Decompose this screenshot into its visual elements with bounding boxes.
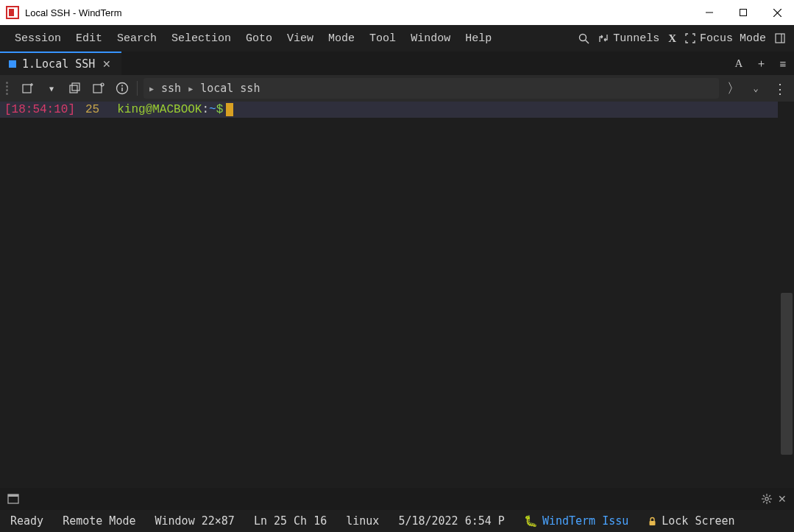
svg-rect-14 xyxy=(72,83,79,91)
svg-rect-13 xyxy=(70,85,77,93)
svg-rect-10 xyxy=(23,85,31,93)
tab-indicator-icon xyxy=(9,60,16,68)
menubar: Session Edit Search Selection Goto View … xyxy=(0,25,794,52)
menu-view[interactable]: View xyxy=(280,28,321,49)
search-icon[interactable] xyxy=(574,30,594,47)
prompt: king@MACBOOK:~$ xyxy=(117,103,223,116)
maximize-button[interactable] xyxy=(726,0,760,25)
panel-settings-icon[interactable] xyxy=(762,494,772,504)
panel-icon[interactable] xyxy=(7,493,19,505)
svg-rect-21 xyxy=(8,494,18,497)
new-tab-button[interactable]: ＋ xyxy=(750,52,772,75)
menu-goto[interactable]: Goto xyxy=(238,28,280,49)
tunnels-icon xyxy=(598,33,609,43)
new-window-icon[interactable] xyxy=(19,79,37,97)
status-issue-link[interactable]: 🐛 WindTerm Issu xyxy=(524,514,628,528)
svg-point-18 xyxy=(121,85,123,87)
info-icon[interactable] xyxy=(113,79,131,97)
scrollbar[interactable] xyxy=(781,293,793,455)
menu-help[interactable]: Help xyxy=(458,28,499,49)
titlebar: Local SSH - WindTerm xyxy=(0,0,794,25)
detach-window-icon[interactable] xyxy=(90,79,107,97)
svg-point-22 xyxy=(765,497,768,500)
output-panel-bar: ✕ xyxy=(0,488,794,510)
grip-icon[interactable] xyxy=(6,82,13,95)
toolbar: ▼ ▶ ssh ▶ local ssh 〉 ⌄ ⋮ xyxy=(0,75,794,102)
cursor xyxy=(226,103,233,116)
path-bar[interactable]: ▶ ssh ▶ local ssh xyxy=(143,78,719,99)
tab-close-icon[interactable]: ✕ xyxy=(101,58,113,70)
minimize-button[interactable] xyxy=(692,0,726,25)
status-datetime: 5/18/2022 6:54 P xyxy=(398,514,505,528)
tab-local-ssh[interactable]: 1.Local SSH ✕ xyxy=(0,52,121,75)
status-ready: Ready xyxy=(10,514,43,528)
status-window-size[interactable]: Window 22×87 xyxy=(155,514,235,528)
dropdown-icon[interactable]: ▼ xyxy=(43,79,60,97)
terminal[interactable]: [18:54:10] 25 king@MACBOOK:~$ xyxy=(0,102,794,488)
focus-icon xyxy=(685,33,695,43)
status-os[interactable]: linux xyxy=(346,514,379,528)
tunnels-button[interactable]: Tunnels xyxy=(594,29,664,48)
tunnels-label: Tunnels xyxy=(613,32,659,45)
path-seg-local[interactable]: local ssh xyxy=(200,82,260,95)
lock-icon xyxy=(648,517,657,526)
x-button[interactable]: X xyxy=(664,29,681,48)
path-dropdown-icon[interactable]: ⌄ xyxy=(747,79,765,97)
svg-rect-8 xyxy=(776,34,784,43)
svg-rect-1 xyxy=(9,9,14,16)
status-lock-screen[interactable]: Lock Screen xyxy=(648,514,734,528)
svg-rect-15 xyxy=(93,85,102,93)
svg-line-29 xyxy=(769,495,770,497)
svg-line-28 xyxy=(769,501,770,503)
layout-icon[interactable] xyxy=(770,30,790,46)
tab-menu-button[interactable]: ≡ xyxy=(772,52,794,75)
statusbar: Ready Remote Mode Window 22×87 Ln 25 Ch … xyxy=(0,510,794,532)
window-title: Local SSH - WindTerm xyxy=(25,7,121,18)
menu-edit[interactable]: Edit xyxy=(68,28,110,49)
path-seg-ssh[interactable]: ssh xyxy=(161,82,181,95)
app-icon xyxy=(6,6,19,19)
focus-mode-label: Focus Mode xyxy=(700,32,766,45)
tabbar: 1.Local SSH ✕ A ＋ ≡ xyxy=(0,52,794,75)
svg-point-6 xyxy=(580,34,586,40)
panel-close-icon[interactable]: ✕ xyxy=(778,493,787,505)
timestamp: [18:54:10] xyxy=(4,103,75,116)
path-forward-icon[interactable]: 〉 xyxy=(725,79,742,97)
terminal-line: [18:54:10] 25 king@MACBOOK:~$ xyxy=(0,102,778,118)
svg-rect-31 xyxy=(650,521,656,525)
duplicate-window-icon[interactable] xyxy=(66,79,84,97)
more-icon[interactable]: ⋮ xyxy=(770,79,788,97)
svg-line-7 xyxy=(586,40,589,43)
status-remote-mode[interactable]: Remote Mode xyxy=(63,514,135,528)
menu-mode[interactable]: Mode xyxy=(321,28,362,49)
breadcrumb-arrow-icon: ▶ xyxy=(188,85,193,93)
worm-icon: 🐛 xyxy=(524,514,538,528)
svg-line-27 xyxy=(763,495,765,497)
close-button[interactable] xyxy=(760,0,794,25)
svg-rect-3 xyxy=(740,10,747,16)
menu-selection[interactable]: Selection xyxy=(164,28,238,49)
focus-mode-button[interactable]: Focus Mode xyxy=(681,29,770,48)
breadcrumb-arrow-icon: ▶ xyxy=(149,85,154,93)
status-line-col[interactable]: Ln 25 Ch 16 xyxy=(254,514,327,528)
tab-label: 1.Local SSH xyxy=(22,57,95,71)
svg-line-30 xyxy=(763,501,765,503)
menu-session[interactable]: Session xyxy=(7,28,68,49)
menu-window[interactable]: Window xyxy=(403,28,458,49)
line-number: 25 xyxy=(85,103,99,116)
menu-tool[interactable]: Tool xyxy=(362,28,403,49)
menu-search[interactable]: Search xyxy=(110,28,164,49)
font-button[interactable]: A xyxy=(728,52,750,75)
